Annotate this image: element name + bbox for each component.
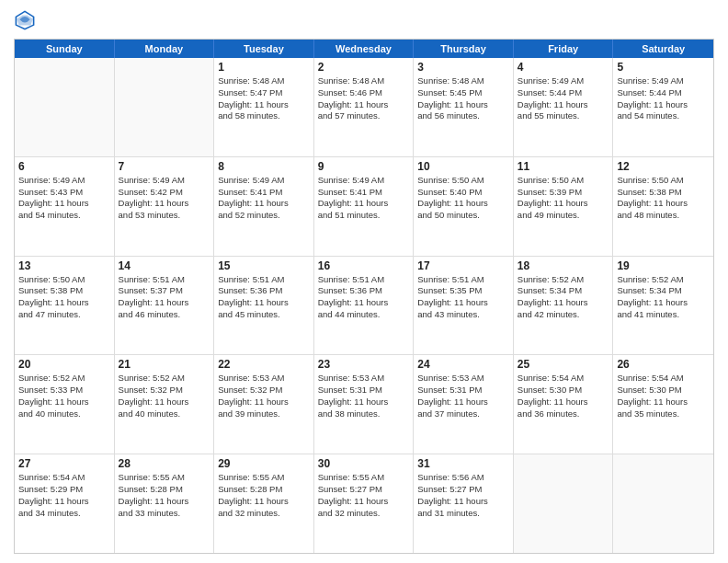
day-cell-21: 21Sunrise: 5:52 AMSunset: 5:32 PMDayligh… bbox=[115, 355, 215, 454]
daylight-text: Daylight: 11 hours bbox=[417, 297, 509, 309]
day-cell-24: 24Sunrise: 5:53 AMSunset: 5:31 PMDayligh… bbox=[414, 355, 514, 454]
sunrise-text: Sunrise: 5:49 AM bbox=[518, 75, 609, 87]
header-day-wednesday: Wednesday bbox=[314, 40, 415, 58]
daylight-text: Daylight: 11 hours bbox=[318, 496, 410, 508]
daylight-text: Daylight: 11 hours bbox=[417, 496, 509, 508]
sunrise-text: Sunrise: 5:52 AM bbox=[518, 274, 609, 286]
sunrise-text: Sunrise: 5:52 AM bbox=[18, 373, 110, 385]
daylight-minutes: and 37 minutes. bbox=[417, 408, 509, 420]
day-cell-12: 12Sunrise: 5:50 AMSunset: 5:38 PMDayligh… bbox=[613, 157, 713, 256]
day-number: 1 bbox=[218, 61, 310, 74]
sunrise-text: Sunrise: 5:49 AM bbox=[18, 175, 110, 187]
header-day-monday: Monday bbox=[115, 40, 215, 58]
daylight-text: Daylight: 11 hours bbox=[518, 396, 609, 408]
daylight-minutes: and 35 minutes. bbox=[617, 408, 710, 420]
daylight-minutes: and 42 minutes. bbox=[518, 309, 609, 321]
daylight-minutes: and 54 minutes. bbox=[617, 110, 710, 122]
sunset-text: Sunset: 5:30 PM bbox=[617, 385, 710, 396]
sunset-text: Sunset: 5:45 PM bbox=[417, 87, 509, 99]
sunset-text: Sunset: 5:27 PM bbox=[417, 484, 509, 496]
day-number: 23 bbox=[318, 358, 410, 371]
sunset-text: Sunset: 5:32 PM bbox=[218, 385, 310, 396]
sunrise-text: Sunrise: 5:54 AM bbox=[617, 373, 710, 385]
day-cell-13: 13Sunrise: 5:50 AMSunset: 5:38 PMDayligh… bbox=[15, 257, 115, 355]
sunset-text: Sunset: 5:31 PM bbox=[417, 385, 509, 396]
daylight-minutes: and 57 minutes. bbox=[318, 110, 410, 122]
sunrise-text: Sunrise: 5:50 AM bbox=[18, 274, 110, 286]
day-cell-16: 16Sunrise: 5:51 AMSunset: 5:36 PMDayligh… bbox=[314, 257, 415, 355]
sunrise-text: Sunrise: 5:51 AM bbox=[218, 274, 310, 286]
sunrise-text: Sunrise: 5:51 AM bbox=[318, 274, 410, 286]
daylight-text: Daylight: 11 hours bbox=[318, 396, 410, 408]
header-day-thursday: Thursday bbox=[414, 40, 514, 58]
sunrise-text: Sunrise: 5:50 AM bbox=[518, 175, 609, 187]
daylight-minutes: and 32 minutes. bbox=[318, 508, 410, 520]
day-cell-14: 14Sunrise: 5:51 AMSunset: 5:37 PMDayligh… bbox=[115, 257, 215, 355]
daylight-minutes: and 36 minutes. bbox=[518, 408, 609, 420]
empty-cell bbox=[115, 58, 215, 156]
week-row-4: 20Sunrise: 5:52 AMSunset: 5:33 PMDayligh… bbox=[15, 354, 713, 454]
empty-cell bbox=[15, 58, 115, 156]
day-cell-8: 8Sunrise: 5:49 AMSunset: 5:41 PMDaylight… bbox=[214, 157, 314, 256]
header-day-saturday: Saturday bbox=[613, 40, 713, 58]
sunset-text: Sunset: 5:29 PM bbox=[18, 484, 110, 496]
daylight-text: Daylight: 11 hours bbox=[218, 396, 310, 408]
daylight-text: Daylight: 11 hours bbox=[218, 198, 310, 210]
sunset-text: Sunset: 5:34 PM bbox=[518, 285, 609, 297]
day-cell-28: 28Sunrise: 5:55 AMSunset: 5:28 PMDayligh… bbox=[115, 454, 215, 553]
sunset-text: Sunset: 5:27 PM bbox=[318, 484, 410, 496]
daylight-minutes: and 44 minutes. bbox=[318, 309, 410, 321]
header-day-sunday: Sunday bbox=[15, 40, 115, 58]
sunset-text: Sunset: 5:39 PM bbox=[518, 187, 609, 199]
day-cell-25: 25Sunrise: 5:54 AMSunset: 5:30 PMDayligh… bbox=[514, 355, 614, 454]
sunset-text: Sunset: 5:36 PM bbox=[218, 285, 310, 297]
day-number: 18 bbox=[518, 259, 609, 272]
sunrise-text: Sunrise: 5:53 AM bbox=[218, 373, 310, 385]
sunset-text: Sunset: 5:41 PM bbox=[218, 187, 310, 199]
sunrise-text: Sunrise: 5:55 AM bbox=[218, 472, 310, 484]
daylight-minutes: and 51 minutes. bbox=[318, 210, 410, 222]
sunset-text: Sunset: 5:30 PM bbox=[518, 385, 609, 396]
day-cell-5: 5Sunrise: 5:49 AMSunset: 5:44 PMDaylight… bbox=[613, 58, 713, 156]
daylight-text: Daylight: 11 hours bbox=[417, 198, 509, 210]
week-row-3: 13Sunrise: 5:50 AMSunset: 5:38 PMDayligh… bbox=[15, 256, 713, 355]
calendar-body: 1Sunrise: 5:48 AMSunset: 5:47 PMDaylight… bbox=[15, 58, 713, 553]
daylight-text: Daylight: 11 hours bbox=[617, 198, 710, 210]
daylight-text: Daylight: 11 hours bbox=[218, 297, 310, 309]
week-row-5: 27Sunrise: 5:54 AMSunset: 5:29 PMDayligh… bbox=[15, 454, 713, 553]
day-number: 29 bbox=[218, 457, 310, 470]
sunset-text: Sunset: 5:34 PM bbox=[617, 285, 710, 297]
daylight-minutes: and 32 minutes. bbox=[218, 508, 310, 520]
day-cell-18: 18Sunrise: 5:52 AMSunset: 5:34 PMDayligh… bbox=[514, 257, 614, 355]
sunset-text: Sunset: 5:43 PM bbox=[18, 187, 110, 199]
daylight-minutes: and 43 minutes. bbox=[417, 309, 509, 321]
page: SundayMondayTuesdayWednesdayThursdayFrid… bbox=[0, 0, 728, 563]
daylight-minutes: and 31 minutes. bbox=[417, 508, 509, 520]
sunrise-text: Sunrise: 5:55 AM bbox=[119, 472, 210, 484]
day-number: 2 bbox=[318, 61, 410, 74]
daylight-text: Daylight: 11 hours bbox=[119, 198, 210, 210]
daylight-text: Daylight: 11 hours bbox=[417, 396, 509, 408]
day-number: 27 bbox=[18, 457, 110, 470]
day-cell-7: 7Sunrise: 5:49 AMSunset: 5:42 PMDaylight… bbox=[115, 157, 215, 256]
day-cell-26: 26Sunrise: 5:54 AMSunset: 5:30 PMDayligh… bbox=[613, 355, 713, 454]
day-cell-2: 2Sunrise: 5:48 AMSunset: 5:46 PMDaylight… bbox=[314, 58, 415, 156]
daylight-text: Daylight: 11 hours bbox=[318, 99, 410, 111]
day-number: 9 bbox=[318, 160, 410, 173]
week-row-1: 1Sunrise: 5:48 AMSunset: 5:47 PMDaylight… bbox=[15, 58, 713, 156]
daylight-text: Daylight: 11 hours bbox=[617, 297, 710, 309]
daylight-minutes: and 49 minutes. bbox=[518, 210, 609, 222]
sunset-text: Sunset: 5:38 PM bbox=[617, 187, 710, 199]
day-number: 11 bbox=[518, 160, 609, 173]
day-number: 14 bbox=[119, 259, 210, 272]
sunset-text: Sunset: 5:36 PM bbox=[318, 285, 410, 297]
day-number: 3 bbox=[417, 61, 509, 74]
sunrise-text: Sunrise: 5:53 AM bbox=[417, 373, 509, 385]
daylight-text: Daylight: 11 hours bbox=[218, 99, 310, 111]
day-cell-31: 31Sunrise: 5:56 AMSunset: 5:27 PMDayligh… bbox=[414, 454, 514, 553]
daylight-text: Daylight: 11 hours bbox=[318, 198, 410, 210]
daylight-text: Daylight: 11 hours bbox=[518, 99, 609, 111]
day-cell-1: 1Sunrise: 5:48 AMSunset: 5:47 PMDaylight… bbox=[214, 58, 314, 156]
sunset-text: Sunset: 5:28 PM bbox=[119, 484, 210, 496]
daylight-minutes: and 41 minutes. bbox=[617, 309, 710, 321]
